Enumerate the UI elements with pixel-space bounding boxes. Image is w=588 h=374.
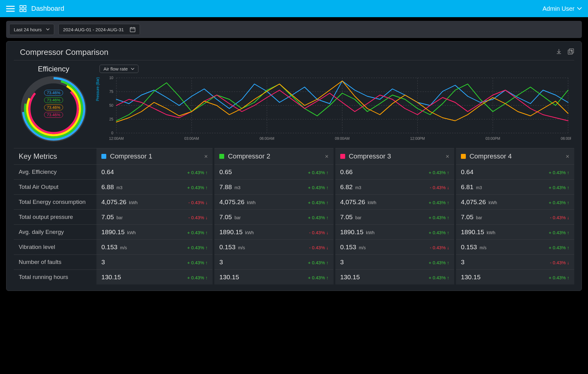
metric-delta: + 0.43% ↑ [187, 170, 208, 175]
svg-text:50: 50 [109, 103, 114, 108]
metric-value: 7.88 [219, 183, 232, 190]
download-icon[interactable] [556, 48, 562, 56]
metric-unit: kWh [487, 230, 495, 235]
comparison-panel: Compressor Comparison Efficiency [6, 41, 582, 291]
svg-text:06:00AM: 06:00AM [260, 136, 274, 141]
metric-unit: kWh [129, 200, 138, 205]
metric-value: 6.81 [461, 183, 473, 190]
remove-compressor-icon[interactable]: × [204, 153, 208, 160]
metric-delta: + 0.43% ↑ [429, 275, 449, 280]
line-chart: Pressure (Bar) 02550751012:00AM03:00AM06… [100, 75, 574, 142]
metric-unit: m/s [480, 245, 487, 250]
add-panel-icon[interactable] [567, 48, 574, 56]
metric-delta: - 0.43% ↓ [430, 245, 449, 250]
svg-text:75: 75 [109, 90, 114, 94]
user-name: Admin User [543, 5, 575, 12]
metric-unit: m/s [238, 245, 245, 250]
y-axis-label: Pressure (Bar) [96, 77, 100, 101]
table-row: Total Energy consumption 4,075.26 kWh - … [14, 195, 574, 210]
metric-value: 3 [461, 258, 465, 265]
svg-text:0: 0 [111, 131, 113, 135]
compressor-name: Compressor 1 [110, 152, 152, 160]
metric-value: 0.64 [461, 168, 473, 175]
panel-actions [556, 48, 574, 56]
metric-cell: 3 - 0.43% ↓ [455, 255, 574, 270]
metric-delta: + 0.43% ↑ [429, 200, 449, 205]
metric-unit: kWh [247, 200, 256, 205]
metric-delta: + 0.43% ↑ [187, 275, 208, 280]
metric-unit: m/s [120, 245, 127, 250]
chevron-down-icon [577, 7, 582, 10]
remove-compressor-icon[interactable]: × [325, 153, 329, 160]
metric-unit: m/s [359, 245, 366, 250]
chevron-down-icon [131, 68, 134, 70]
table-row: Total output pressure 7.05 bar - 0.43% ↓… [14, 210, 574, 225]
line-chart-svg: 02550751012:00AM03:00AM06:00AM09:00AM12:… [100, 75, 571, 142]
metric-unit: bar [116, 215, 123, 220]
metric-label: Avg. Efficiency [14, 165, 96, 180]
metric-value: 0.66 [340, 168, 353, 175]
metric-selector-label: Air flow rate [104, 66, 128, 71]
metric-delta: + 0.43% ↑ [549, 275, 569, 280]
svg-text:09:00AM: 09:00AM [335, 136, 349, 141]
topbar-left: Dashboard [6, 5, 64, 13]
compressor-name: Compressor 3 [349, 152, 391, 160]
table-row: Number of faults 3 + 0.43% ↑ 3 + 0.43% ↑… [14, 255, 574, 270]
time-range-select[interactable]: Last 24 hours [9, 24, 54, 35]
metric-delta: + 0.43% ↑ [549, 245, 569, 250]
metric-delta: + 0.43% ↑ [549, 185, 569, 190]
dashboard-icon [20, 5, 26, 12]
metric-delta: - 0.43% ↓ [188, 200, 208, 205]
metric-delta: + 0.43% ↑ [549, 230, 569, 235]
metric-delta: + 0.43% ↑ [308, 260, 329, 265]
metric-unit: bar [476, 215, 482, 220]
metric-value: 6.82 [340, 183, 353, 190]
remove-compressor-icon[interactable]: × [566, 153, 569, 160]
metric-cell: 7.05 bar + 0.43% ↑ [334, 210, 455, 225]
calendar-icon [130, 27, 135, 32]
metric-cell: 7.05 bar - 0.43% ↓ [96, 210, 213, 225]
metric-value: 7.05 [340, 213, 353, 220]
svg-text:03:00PM: 03:00PM [485, 136, 500, 141]
svg-text:03:00AM: 03:00AM [184, 136, 199, 141]
svg-text:06:00PM: 06:00PM [561, 136, 571, 141]
hamburger-menu-icon[interactable] [6, 6, 15, 12]
compressor-name: Compressor 4 [469, 152, 512, 160]
metric-value: 130.15 [340, 273, 360, 280]
metric-value: 1890.15 [461, 228, 484, 235]
svg-text:12:00PM: 12:00PM [410, 136, 425, 141]
metric-delta: + 0.43% ↑ [429, 260, 449, 265]
key-metrics-header: Key Metrics [14, 148, 96, 165]
metric-selector[interactable]: Air flow rate [100, 65, 138, 73]
metric-label: Total output pressure [14, 210, 96, 225]
metric-delta: - 0.43% ↓ [550, 260, 569, 265]
metric-unit: m3 [116, 185, 122, 190]
table-row: Avg. Efficiency 0.64 + 0.43% ↑ 0.65 + 0.… [14, 165, 574, 180]
metric-delta: - 0.43% ↓ [550, 215, 569, 220]
metric-value: 3 [101, 258, 105, 265]
metric-cell: 4,075.26 kWh + 0.43% ↑ [334, 195, 455, 210]
metric-delta: + 0.43% ↑ [308, 200, 329, 205]
metric-delta: + 0.43% ↑ [308, 185, 329, 190]
date-range-picker[interactable]: 2024-AUG-01 - 2024-AUG-31 [58, 24, 140, 35]
metric-value: 7.05 [101, 213, 114, 220]
content: Last 24 hours 2024-AUG-01 - 2024-AUG-31 … [0, 17, 588, 295]
metric-cell: 1890.15 kWh + 0.43% ↑ [455, 225, 574, 240]
remove-compressor-icon[interactable]: × [446, 153, 449, 160]
metric-cell: 0.153 m/s - 0.43% ↓ [213, 240, 334, 255]
metric-cell: 1890.15 kWh + 0.43% ↑ [334, 225, 455, 240]
user-menu[interactable]: Admin User [543, 5, 582, 12]
metric-delta: + 0.43% ↑ [187, 260, 208, 265]
svg-text:10: 10 [109, 76, 114, 80]
toolbar: Last 24 hours 2024-AUG-01 - 2024-AUG-31 [6, 21, 582, 38]
metric-value: 0.153 [219, 243, 236, 250]
metric-unit: kWh [245, 230, 254, 235]
metric-delta: + 0.43% ↑ [549, 200, 569, 205]
svg-rect-2 [20, 9, 22, 12]
metric-value: 3 [340, 258, 344, 265]
metric-value: 1890.15 [219, 228, 243, 235]
metric-delta: + 0.43% ↑ [429, 230, 449, 235]
panel-title: Compressor Comparison [14, 48, 108, 57]
metric-unit: kWh [127, 230, 136, 235]
metric-delta: - 0.43% ↓ [430, 185, 449, 190]
